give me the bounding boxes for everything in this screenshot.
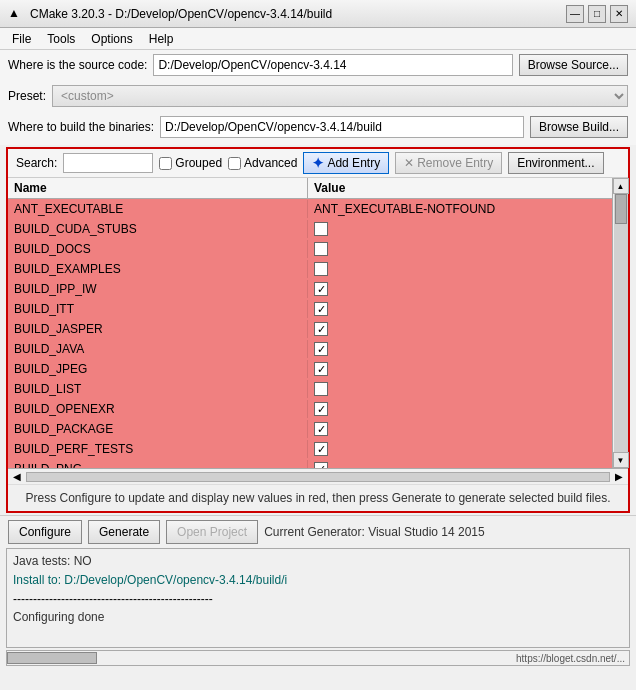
cell-checkbox[interactable] [314,422,328,436]
table-container: Name Value ANT_EXECUTABLEANT_EXECUTABLE-… [8,178,628,468]
hscroll-track[interactable] [26,472,610,482]
table-scrollbar[interactable]: ▲ ▼ [612,178,628,468]
close-button[interactable]: ✕ [610,5,628,23]
table-row[interactable]: BUILD_JPEG [8,359,612,379]
scroll-up-arrow[interactable]: ▲ [613,178,629,194]
log-bottom-scrollbar[interactable]: https://bloget.csdn.net/... [6,650,630,666]
add-icon: ✦ [312,155,324,171]
cell-checkbox[interactable] [314,322,328,336]
browse-build-button[interactable]: Browse Build... [530,116,628,138]
log-area: Java tests: NOInstall to: D:/Develop/Ope… [6,548,630,648]
build-label: Where to build the binaries: [8,120,154,134]
scroll-down-arrow[interactable]: ▼ [613,452,629,468]
bottom-toolbar: Configure Generate Open Project Current … [0,515,636,548]
environment-button[interactable]: Environment... [508,152,603,174]
cell-checkbox[interactable] [314,302,328,316]
cell-value [308,300,612,318]
menu-tools[interactable]: Tools [39,30,83,48]
preset-label: Preset: [8,89,46,103]
remove-icon: ✕ [404,156,414,170]
cell-checkbox[interactable] [314,442,328,456]
title-bar: ▲ CMake 3.20.3 - D:/Develop/OpenCV/openc… [0,0,636,28]
cell-checkbox[interactable] [314,362,328,376]
table-row[interactable]: BUILD_PNG [8,459,612,468]
cell-value: ANT_EXECUTABLE-NOTFOUND [308,200,612,218]
build-row: Where to build the binaries: Browse Buil… [8,116,628,138]
log-scroll-url: https://bloget.csdn.net/... [512,653,629,664]
cell-value [308,340,612,358]
advanced-label[interactable]: Advanced [244,156,297,170]
remove-entry-button[interactable]: ✕ Remove Entry [395,152,502,174]
table-row[interactable]: BUILD_LIST [8,379,612,399]
cell-checkbox[interactable] [314,222,328,236]
grouped-label[interactable]: Grouped [175,156,222,170]
menu-options[interactable]: Options [83,30,140,48]
configure-button[interactable]: Configure [8,520,82,544]
menu-file[interactable]: File [4,30,39,48]
table-row[interactable]: BUILD_PACKAGE [8,419,612,439]
cell-value [308,320,612,338]
cell-name: BUILD_DOCS [8,240,308,258]
cell-value [308,240,612,258]
table-row[interactable]: BUILD_EXAMPLES [8,259,612,279]
cell-value [308,400,612,418]
cell-checkbox[interactable] [314,462,328,468]
maximize-button[interactable]: □ [588,5,606,23]
table-row[interactable]: BUILD_OPENEXR [8,399,612,419]
cell-name: BUILD_JPEG [8,360,308,378]
cell-checkbox[interactable] [314,382,328,396]
table-row[interactable]: BUILD_JASPER [8,319,612,339]
cell-checkbox[interactable] [314,402,328,416]
add-entry-button[interactable]: ✦ Add Entry [303,152,389,174]
table-row[interactable]: ANT_EXECUTABLEANT_EXECUTABLE-NOTFOUND [8,199,612,219]
table-row[interactable]: BUILD_PERF_TESTS [8,439,612,459]
cell-value [308,420,612,438]
log-line: Install to: D:/Develop/OpenCV/opencv-3.4… [13,572,623,589]
cell-name: BUILD_ITT [8,300,308,318]
window-controls: — □ ✕ [566,5,628,23]
cell-checkbox[interactable] [314,282,328,296]
status-bar: Press Configure to update and display ne… [8,484,628,511]
table-row[interactable]: BUILD_ITT [8,299,612,319]
app-icon: ▲ [8,6,24,22]
browse-source-button[interactable]: Browse Source... [519,54,628,76]
source-row: Where is the source code: Browse Source.… [8,54,628,76]
advanced-checkbox[interactable] [228,157,241,170]
scroll-track[interactable] [614,194,628,452]
table-row[interactable]: BUILD_DOCS [8,239,612,259]
scroll-thumb[interactable] [615,194,627,224]
cell-name: BUILD_PACKAGE [8,420,308,438]
minimize-button[interactable]: — [566,5,584,23]
cell-checkbox[interactable] [314,342,328,356]
cell-checkbox[interactable] [314,242,328,256]
cell-name: ANT_EXECUTABLE [8,200,308,218]
log-scroll-thumb[interactable] [7,652,97,664]
cell-name: BUILD_EXAMPLES [8,260,308,278]
cell-name: BUILD_OPENEXR [8,400,308,418]
cell-value [308,260,612,278]
table-row[interactable]: BUILD_JAVA [8,339,612,359]
menu-help[interactable]: Help [141,30,182,48]
search-input[interactable] [63,153,153,173]
cell-name: BUILD_PERF_TESTS [8,440,308,458]
menu-bar: File Tools Options Help [0,28,636,50]
generate-button[interactable]: Generate [88,520,160,544]
build-input[interactable] [160,116,524,138]
table-row[interactable]: BUILD_CUDA_STUBS [8,219,612,239]
log-scroll-inner[interactable] [7,651,512,665]
source-label: Where is the source code: [8,58,147,72]
cell-value [308,380,612,398]
cell-checkbox[interactable] [314,262,328,276]
source-input[interactable] [153,54,512,76]
open-project-button[interactable]: Open Project [166,520,258,544]
preset-select[interactable]: <custom> [52,85,628,107]
horizontal-scrollbar[interactable]: ◀ ▶ [8,468,628,484]
cell-value [308,360,612,378]
grouped-checkbox[interactable] [159,157,172,170]
search-label: Search: [16,156,57,170]
hscroll-left-arrow[interactable]: ◀ [10,471,24,482]
column-header-value: Value [308,178,612,198]
table-row[interactable]: BUILD_IPP_IW [8,279,612,299]
hscroll-right-arrow[interactable]: ▶ [612,471,626,482]
status-text: Press Configure to update and display ne… [25,491,610,505]
